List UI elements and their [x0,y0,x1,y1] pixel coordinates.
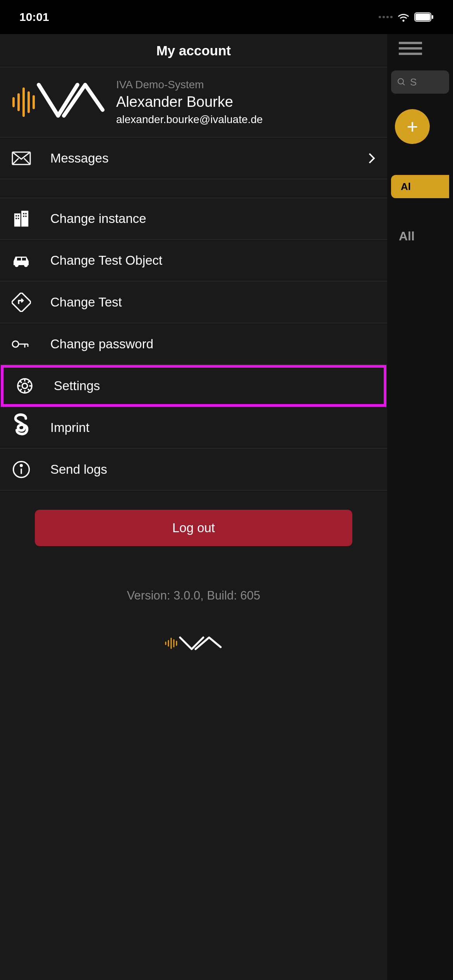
add-button[interactable]: + [395,109,430,144]
menu-item-change-test[interactable]: Change Test [0,281,387,323]
menu-item-settings[interactable]: Settings [1,365,386,407]
status-bar: 10:01 [0,0,453,34]
search-input[interactable]: S [391,70,449,94]
status-icons [379,12,434,22]
logout-button[interactable]: Log out [35,510,352,546]
signal-dots-icon [379,16,393,18]
menu-item-imprint[interactable]: Imprint [0,407,387,449]
menu-label: Messages [50,151,348,166]
car-icon [12,251,31,270]
menu-label: Change Test Object [50,253,376,268]
svg-rect-2 [432,15,433,19]
chevron-right-icon [368,152,376,164]
svg-rect-26 [22,258,26,260]
menu-item-change-password[interactable]: Change password [0,323,387,365]
svg-line-11 [12,158,19,164]
hamburger-menu-icon[interactable] [399,42,422,55]
svg-point-23 [15,263,19,267]
svg-point-43 [21,464,22,466]
svg-point-24 [24,263,28,267]
svg-point-3 [398,79,403,84]
turn-sign-icon [12,293,31,312]
menu-label: Settings [54,379,372,393]
svg-line-4 [403,83,405,85]
svg-line-39 [28,389,30,391]
system-name: IVA Demo-System [116,79,376,91]
panel-header: My account [0,34,387,67]
svg-rect-13 [14,213,21,226]
svg-rect-20 [25,213,26,214]
user-info: IVA Demo-System Alexander Bourke alexand… [116,79,376,126]
svg-rect-14 [21,211,28,227]
svg-line-12 [24,158,30,164]
menu-label: Send logs [50,462,376,477]
user-section: IVA Demo-System Alexander Bourke alexand… [0,67,387,137]
svg-point-33 [22,383,27,389]
menu-label: Change instance [50,211,376,226]
menu-item-change-instance[interactable]: Change instance [0,198,387,240]
search-icon [397,77,406,87]
svg-line-40 [20,389,22,391]
svg-line-38 [20,381,22,383]
search-placeholder: S [410,76,417,88]
svg-rect-16 [18,215,19,216]
user-name: Alexander Bourke [116,94,376,110]
menu-item-messages[interactable]: Messages [0,137,387,179]
building-icon [12,209,31,228]
app-logo-icon [12,75,105,129]
svg-rect-25 [17,258,21,260]
footer-logo-icon [0,634,387,653]
version-text: Version: 3.0.0, Build: 605 [0,589,387,603]
background-panel: S + Al All [387,34,453,980]
svg-rect-22 [25,216,26,217]
svg-rect-21 [23,216,24,217]
gear-icon [15,376,34,396]
user-email: alexander.bourke@ivaluate.de [116,113,376,126]
menu-item-send-logs[interactable]: Send logs [0,449,387,490]
svg-rect-18 [18,218,19,219]
menu-label: Change Test [50,295,376,310]
svg-point-28 [12,341,19,347]
logout-section: Log out [0,490,387,565]
battery-icon [414,12,434,22]
account-panel: My account IVA Demo-System Alexander Bo [0,34,387,980]
wifi-icon [397,12,410,22]
menu-item-change-test-object[interactable]: Change Test Object [0,240,387,281]
menu-label: Imprint [50,420,376,435]
plus-icon: + [407,115,418,138]
all-heading: All [399,229,449,243]
section-sign-icon [12,418,31,437]
svg-line-41 [28,381,30,383]
svg-rect-19 [23,213,24,214]
svg-rect-1 [415,14,430,21]
envelope-icon [12,149,31,168]
all-filter-button[interactable]: Al [391,175,449,198]
key-icon [12,334,31,354]
page-title: My account [156,43,231,58]
menu-label: Change password [50,337,376,351]
svg-rect-15 [15,215,17,216]
svg-rect-17 [15,218,17,219]
info-icon [12,460,31,479]
status-time: 10:01 [19,10,49,24]
